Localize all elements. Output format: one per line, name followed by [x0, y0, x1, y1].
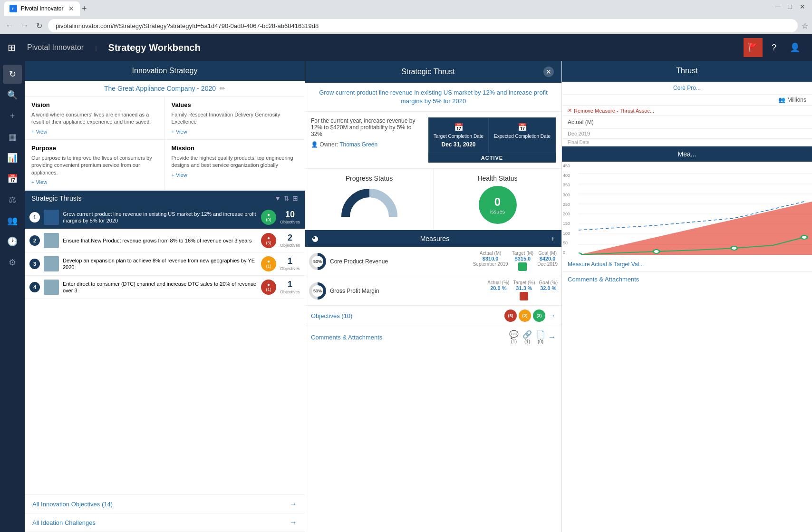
close-panel-button[interactable]: ✕	[543, 67, 554, 77]
user-button[interactable]: 👤	[785, 38, 804, 57]
final-date-row: Final Date	[562, 139, 812, 146]
add-measure-button[interactable]: +	[551, 235, 555, 242]
thrust-objectives: 10 Objectives	[280, 210, 300, 224]
thrust-status-indicator: ●(3)	[261, 233, 276, 248]
all-objectives-link[interactable]: All Innovation Objectives (14) →	[25, 495, 305, 513]
target-completion-card: 📅 Target Completion Date Dec 31, 2020	[428, 117, 489, 153]
close-button[interactable]: ✕	[797, 3, 808, 10]
sidebar-item-refresh[interactable]: ↻	[3, 65, 22, 84]
sidebar-item-grid[interactable]: ▦	[3, 127, 22, 146]
objectives-row: Objectives (10) (5) (2) (3) →	[305, 306, 561, 326]
sidebar-item-settings[interactable]: ⚙	[3, 253, 22, 272]
comment-icons: 💬 (1) 🔗 (1) 📄 (0)	[509, 330, 545, 344]
millions-label: 👥 Millions	[562, 95, 812, 106]
values-quadrant: Values Family Respect Innovation Deliver…	[165, 97, 305, 140]
health-circle: 0 issues	[479, 186, 517, 224]
new-tab-button[interactable]: +	[82, 4, 87, 14]
strategic-thrust-panel: Strategic Thrust ✕ Grow current product …	[305, 61, 562, 532]
thrusts-grid-icon[interactable]: ⊞	[292, 194, 298, 202]
forward-button[interactable]: →	[19, 19, 30, 32]
measure-donut: 50%	[309, 253, 326, 270]
mission-title: Mission	[172, 145, 299, 152]
values-view-link[interactable]: + View	[172, 129, 299, 135]
objectives-link[interactable]: Objectives (10)	[311, 312, 502, 319]
thrust-item[interactable]: 1 Grow current product line revenue in e…	[25, 206, 305, 229]
thrust-number: 4	[29, 282, 40, 292]
app-header: ⊞ Pivotal Innovator | Strategy Workbench…	[0, 34, 812, 61]
reload-button[interactable]: ↻	[34, 19, 44, 32]
comments-link[interactable]: Comments & Attachments	[311, 334, 506, 341]
address-input[interactable]	[48, 19, 798, 32]
help-button[interactable]: ?	[764, 38, 783, 57]
values-text: Family Respect Innovation Delivery Gener…	[172, 111, 299, 126]
measure-actual-target-link[interactable]: Measure Actual & Target Val...	[562, 257, 812, 271]
sidebar-item-search[interactable]: 🔍	[3, 86, 22, 105]
sidebar-item-history[interactable]: 🕐	[3, 232, 22, 251]
values-title: Values	[172, 101, 299, 108]
calendar-icon: 📅	[434, 123, 483, 132]
measure-donut: 50%	[309, 282, 326, 300]
vision-title: Vision	[31, 101, 158, 108]
sidebar-item-chart[interactable]: 📊	[3, 148, 22, 167]
sort-icon[interactable]: ⇅	[284, 194, 290, 202]
actual-label: Actual (M)	[568, 119, 594, 126]
doc-icon-item: 📄 (0)	[536, 330, 545, 344]
link-icon-item: 🔗 (1)	[522, 330, 532, 344]
chart-area: 450 400 350 300 250 200 150 100 50 0	[562, 162, 812, 257]
measures-header: ◕ Measures +	[305, 230, 561, 247]
svg-point-13	[801, 235, 807, 239]
sidebar-item-balance[interactable]: ⚖	[3, 190, 22, 209]
tab-favicon: P	[10, 5, 17, 12]
thrust-thumbnail	[44, 210, 59, 225]
measure-name: Core Product Revenue	[330, 258, 469, 265]
thrust-item[interactable]: 2 Ensure that New Product revenue grows …	[25, 229, 305, 252]
restore-button[interactable]: □	[785, 3, 795, 10]
measure-indicator	[520, 292, 528, 300]
strategic-thrust-title: Strategic Thrust	[313, 68, 543, 76]
mission-quadrant: Mission Provide the highest quality prod…	[165, 140, 305, 190]
thrust-status-indicator: ●(1)	[261, 256, 276, 271]
objectives-arrow[interactable]: →	[548, 311, 556, 320]
core-subheader: Core Pro...	[562, 82, 812, 95]
purpose-title: Purpose	[31, 145, 158, 152]
owner-link[interactable]: Thomas Green	[339, 141, 377, 148]
thrust-number: 1	[29, 212, 40, 222]
link-icon: 🔗	[522, 330, 532, 339]
sidebar: ↻ 🔍 + ▦ 📊 📅 ⚖ 👥 🕐 ⚙	[0, 61, 25, 532]
sidebar-item-calendar[interactable]: 📅	[3, 169, 22, 188]
grid-menu-icon[interactable]: ⊞	[8, 42, 16, 53]
mission-view-link[interactable]: + View	[172, 172, 299, 178]
edit-icon[interactable]: ✏	[220, 85, 225, 92]
purpose-quadrant: Purpose Our purpose is to improve the li…	[25, 140, 165, 190]
back-button[interactable]: ←	[4, 19, 15, 32]
progress-status: Progress Status	[305, 169, 434, 230]
thrust-item[interactable]: 3 Develop an expansion plan to achieve 8…	[25, 252, 305, 276]
sidebar-item-people[interactable]: 👥	[3, 211, 22, 230]
thrust-info-text: For the current year, increase revenue b…	[311, 117, 424, 137]
thrust-status-indicator: ●(1)	[261, 280, 276, 295]
sidebar-item-add[interactable]: +	[3, 106, 22, 126]
arrow-icon: →	[290, 500, 297, 508]
innovation-strategy-panel: Innovation Strategy The Great Appliance …	[25, 61, 305, 532]
vision-view-link[interactable]: + View	[31, 129, 158, 135]
purpose-view-link[interactable]: + View	[31, 179, 158, 185]
doc-icon: 📄	[536, 330, 545, 339]
thrust-thumbnail	[44, 256, 59, 271]
comments-arrow[interactable]: →	[548, 333, 556, 341]
vision-quadrant: Vision A world where consumers' lives ar…	[25, 97, 165, 140]
mission-text: Provide the highest quality products, to…	[172, 155, 299, 169]
thrust-item[interactable]: 4 Enter direct to consumer (DTC) channel…	[25, 276, 305, 299]
measure-values: Actual (%) 20.0 % Target (%) 31.3 % Goal…	[487, 280, 558, 301]
filter-icon[interactable]: ▼	[274, 194, 281, 202]
thrust-objectives: 1 Objectives	[280, 256, 300, 271]
tab-close-button[interactable]: ✕	[68, 5, 74, 12]
browser-tab[interactable]: P Pivotal Innovator ✕	[4, 1, 80, 16]
bookmark-button[interactable]: ☆	[802, 21, 808, 30]
all-ideation-link[interactable]: All Ideation Challenges →	[25, 513, 305, 532]
remove-measure-link[interactable]: ✕ Remove Measure - Thrust Assoc...	[562, 106, 812, 116]
flag-button[interactable]: 🚩	[744, 38, 763, 57]
minimize-button[interactable]: ─	[773, 3, 783, 10]
comment-icon: 💬 (1)	[509, 330, 519, 344]
comments-attachments-link[interactable]: Comments & Attachments	[562, 271, 812, 287]
vision-text: A world where consumers' lives are enhan…	[31, 111, 158, 126]
